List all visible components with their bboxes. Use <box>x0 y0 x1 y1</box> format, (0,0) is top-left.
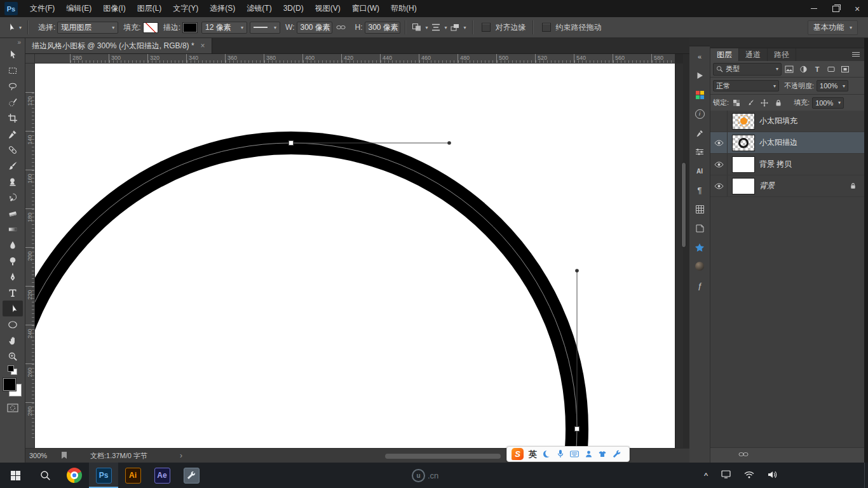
volume-tray-icon[interactable] <box>768 471 777 480</box>
restore-button[interactable] <box>825 0 846 17</box>
status-expand-icon[interactable]: › <box>180 451 182 460</box>
filter-type-layers-icon[interactable]: T <box>811 64 824 75</box>
layer-thumbnail[interactable] <box>732 178 755 194</box>
workspace-switcher[interactable]: 基本功能▾ <box>808 20 858 35</box>
tool-gradient[interactable] <box>3 221 23 237</box>
dock-gripper[interactable] <box>689 38 710 46</box>
tool-move[interactable] <box>3 46 23 62</box>
stroke-width-dropdown[interactable]: 12 像素▾ <box>201 22 247 34</box>
layer-row-background-copy[interactable]: 背景 拷贝 <box>710 154 864 175</box>
tool-eraser[interactable] <box>3 205 23 221</box>
stroke-style-dropdown[interactable]: ▾ <box>250 22 280 34</box>
layer-row-background[interactable]: 背景 <box>710 175 864 197</box>
menu-view[interactable]: 视图(V) <box>309 0 346 17</box>
favorites-star-icon[interactable] <box>692 241 707 254</box>
filter-smart-objects-icon[interactable] <box>839 64 851 75</box>
tool-path-selection[interactable] <box>3 301 23 316</box>
zoom-field[interactable]: 300% <box>29 452 55 459</box>
tab-close-icon[interactable]: × <box>201 41 205 50</box>
path-alignment-button[interactable]: ▾ <box>430 20 449 34</box>
start-button[interactable] <box>0 463 31 488</box>
tool-preset-button[interactable]: ▾ <box>4 20 23 34</box>
vertical-scrollbar-thumb[interactable] <box>681 162 686 248</box>
layer-thumbnail[interactable] <box>732 113 755 130</box>
layer-thumbnail[interactable] <box>732 156 755 173</box>
layer-name[interactable]: 小太阳描边 <box>759 137 797 148</box>
menu-image[interactable]: 图像(I) <box>97 0 131 17</box>
display-tray-icon[interactable] <box>721 470 731 480</box>
layer-row-sun-fill[interactable]: 小太阳填充 <box>710 111 864 132</box>
link-layers-button[interactable] <box>738 451 749 460</box>
foreground-background-swatches[interactable] <box>3 378 22 396</box>
network-tray-icon[interactable] <box>744 471 754 480</box>
collapse-dock-icon[interactable]: « <box>692 50 707 63</box>
menu-edit[interactable]: 编辑(E) <box>60 0 97 17</box>
height-field[interactable]: 300 像素 <box>365 22 400 34</box>
layer-row-sun-stroke[interactable]: 小太阳描边 <box>710 132 864 154</box>
menu-filter[interactable]: 滤镜(T) <box>241 0 277 17</box>
sogou-logo-icon[interactable]: S <box>512 448 524 460</box>
taskbar-photoshop-icon[interactable]: Ps <box>89 463 118 488</box>
menu-layer[interactable]: 图层(L) <box>132 0 168 17</box>
menu-select[interactable]: 选择(S) <box>204 0 241 17</box>
fill-swatch[interactable] <box>143 22 158 33</box>
tool-quick-selection[interactable] <box>3 94 23 110</box>
tool-clone-stamp[interactable] <box>3 173 23 189</box>
anchor-point[interactable] <box>575 427 580 431</box>
tool-crop[interactable] <box>3 110 23 126</box>
taskbar-search-button[interactable] <box>31 463 60 488</box>
tool-rectangular-marquee[interactable] <box>3 62 23 78</box>
tool-dodge[interactable] <box>3 253 23 269</box>
dock-gripper[interactable] <box>710 38 864 48</box>
fill-opacity-dropdown[interactable]: 100%▾ <box>812 97 844 109</box>
tool-lasso[interactable] <box>3 78 23 94</box>
tool-blur[interactable] <box>3 237 23 253</box>
swatches-panel-icon[interactable] <box>692 88 707 101</box>
visibility-toggle[interactable] <box>710 132 728 153</box>
tool-type[interactable] <box>3 285 23 301</box>
hidden-icons-chevron[interactable]: ^ <box>704 471 708 480</box>
taskbar-capture-tool-icon[interactable] <box>177 463 206 488</box>
layer-thumbnail[interactable] <box>732 135 755 151</box>
ime-language-indicator[interactable]: 英 <box>529 449 537 460</box>
path-arrange-button[interactable]: ▾ <box>449 20 468 34</box>
stroke-swatch[interactable] <box>182 22 198 33</box>
tab-layers[interactable]: 图层 <box>710 48 739 61</box>
path-operations-button[interactable]: ▾ <box>410 20 430 34</box>
layer-name[interactable]: 小太阳填充 <box>759 116 797 126</box>
keyboard-icon[interactable] <box>570 450 579 459</box>
paragraph-panel-icon[interactable]: ¶ <box>692 184 707 196</box>
sphere-plugin-icon[interactable] <box>692 260 707 273</box>
tool-pen[interactable] <box>3 269 23 285</box>
lock-transparency-icon[interactable] <box>730 97 743 109</box>
grid-panel-icon[interactable] <box>692 203 707 215</box>
constrain-path-checkbox[interactable] <box>542 23 551 32</box>
color-sampler-panel-icon[interactable] <box>692 126 707 139</box>
tab-channels[interactable]: 通道 <box>739 48 768 61</box>
character-panel-icon[interactable]: AI <box>692 165 707 177</box>
tool-history-brush[interactable] <box>3 189 23 205</box>
skin-icon[interactable] <box>598 450 607 459</box>
foreground-color-swatch[interactable] <box>3 378 16 391</box>
styles-panel-icon[interactable] <box>692 222 707 234</box>
filter-pixel-layers-icon[interactable] <box>783 64 796 75</box>
lock-all-icon[interactable] <box>772 97 785 109</box>
tool-eyedropper[interactable] <box>3 126 23 142</box>
handle-point[interactable] <box>575 269 579 273</box>
visibility-toggle[interactable] <box>710 175 728 196</box>
blend-mode-dropdown[interactable]: 正常▾ <box>713 80 779 92</box>
layer-name[interactable]: 背景 拷贝 <box>759 159 792 170</box>
default-colors-icon[interactable] <box>8 365 17 375</box>
menu-3d[interactable]: 3D(D) <box>278 0 309 17</box>
tab-paths[interactable]: 路径 <box>768 48 796 61</box>
quick-mask-button[interactable] <box>3 400 23 416</box>
layer-name[interactable]: 背景 <box>759 180 775 191</box>
opacity-dropdown[interactable]: 100%▾ <box>817 80 848 92</box>
document-tab[interactable]: 描边风格小图标 @ 300% (小太阳描边, RGB/8) * × <box>25 38 212 53</box>
taskbar-chrome-icon[interactable] <box>60 463 89 488</box>
minimize-button[interactable] <box>803 0 825 17</box>
toolbox-wrench-icon[interactable] <box>612 450 621 459</box>
info-panel-icon[interactable]: i <box>692 107 707 120</box>
collapse-tools-icon[interactable]: » <box>17 38 25 46</box>
close-button[interactable]: × <box>846 0 868 17</box>
